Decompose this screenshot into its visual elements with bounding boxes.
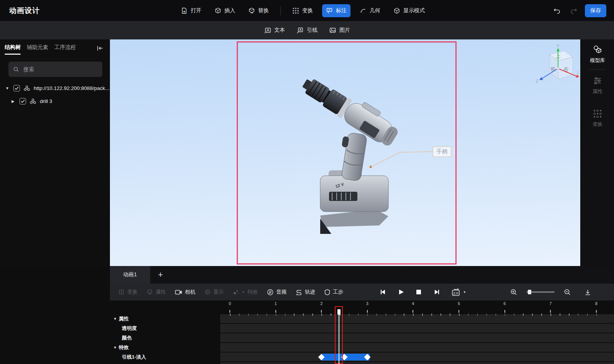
annotation-button[interactable]: 标注 xyxy=(322,4,350,17)
properties-button[interactable]: 属性 xyxy=(581,70,614,100)
top-toolbar: 动画设计 打开 插入 替换 变换 标注 xyxy=(0,0,614,21)
tree-item-package[interactable]: ▼ http://10.122.92.200:8088/pack... xyxy=(5,85,109,91)
leader-line-icon xyxy=(296,27,304,34)
model-library-icon xyxy=(593,45,603,55)
geometry-button[interactable]: 几何 xyxy=(356,4,384,17)
search-icon xyxy=(13,66,19,72)
sliders-icon xyxy=(593,76,603,86)
tab-structure-tree[interactable]: 结构树 xyxy=(5,44,21,55)
search-box[interactable] xyxy=(8,62,102,77)
dots-grid-icon xyxy=(593,109,603,119)
tab-process-flow[interactable]: 工序流程 xyxy=(54,44,76,55)
app-title: 动画设计 xyxy=(9,0,40,21)
cube-swap-icon xyxy=(248,7,255,14)
text-box-icon xyxy=(264,27,271,34)
drill-model[interactable]: 12 V xyxy=(110,39,580,266)
viewport-3d[interactable]: 12 V xyxy=(110,39,580,266)
axis-z-label: Z xyxy=(536,79,539,83)
insert-button[interactable]: 插入 xyxy=(211,4,239,17)
image-icon xyxy=(329,27,336,34)
save-button[interactable]: 保存 xyxy=(585,4,606,17)
toolbar-divider xyxy=(280,6,281,15)
dots-grid-icon xyxy=(292,7,299,14)
top-toolbar-right: 保存 xyxy=(551,0,606,21)
image-tool-button[interactable]: 图片 xyxy=(329,27,350,34)
annotation-tag-icon xyxy=(326,7,333,14)
tree-item-drill3[interactable]: ▶ drill 3 xyxy=(11,98,52,104)
right-tool-rail: 模型库 属性 变换 xyxy=(580,39,614,266)
open-button[interactable]: 打开 xyxy=(177,4,205,17)
collapse-panel-icon[interactable] xyxy=(96,45,104,52)
transform-rail-button[interactable]: 变换 xyxy=(581,103,614,132)
timeline-panel: 动画1 + 变换 属性 相机 显示 xyxy=(0,266,614,364)
caret-right-icon[interactable]: ▶ xyxy=(11,99,16,103)
tab-auxiliary-elements[interactable]: 辅助元素 xyxy=(27,44,48,55)
axis-y-label: Y xyxy=(557,44,560,48)
assembly-icon xyxy=(29,98,36,104)
panel-tabs: 结构树 辅助元素 工序流程 xyxy=(5,44,76,55)
keyframe-layer xyxy=(0,266,614,364)
assembly-icon xyxy=(23,85,30,91)
navigation-cube[interactable]: 上 前 右 Y Z X xyxy=(534,44,580,89)
display-mode-button[interactable]: 显示模式 xyxy=(390,4,429,17)
leader-line xyxy=(371,152,433,167)
undo-button[interactable] xyxy=(551,5,563,16)
caret-down-icon[interactable]: ▼ xyxy=(5,86,10,90)
checkbox-checked-icon[interactable] xyxy=(13,85,20,91)
annotation-handle-label[interactable]: 手柄 xyxy=(433,147,451,157)
replace-button[interactable]: 替换 xyxy=(244,4,273,17)
cube-plus-icon xyxy=(214,7,221,14)
redo-button[interactable] xyxy=(568,5,580,16)
top-toolbar-buttons: 打开 插入 替换 变换 标注 几何 xyxy=(177,0,429,21)
transform-button[interactable]: 变换 xyxy=(288,4,317,17)
cube-mode-icon xyxy=(393,7,400,14)
search-input[interactable] xyxy=(23,66,92,73)
model-library-button[interactable]: 模型库 xyxy=(581,39,614,69)
annotation-subtoolbar: 文本 引线 图片 xyxy=(0,21,614,39)
structure-panel: 结构树 辅助元素 工序流程 ▼ http://10.122.92.200:808… xyxy=(0,39,110,266)
tree-item-label: drill 3 xyxy=(40,98,52,104)
rail-separator xyxy=(589,69,606,70)
axis-x-label: X xyxy=(576,70,580,75)
text-tool-button[interactable]: 文本 xyxy=(264,27,285,34)
checkbox-checked-icon[interactable] xyxy=(20,98,26,104)
document-plus-icon xyxy=(181,7,188,14)
app-window: 动画设计 打开 插入 替换 变换 标注 xyxy=(0,0,614,364)
tree-item-label: http://10.122.92.200:8088/pack... xyxy=(34,85,109,91)
leader-tool-button[interactable]: 引线 xyxy=(296,27,318,34)
arc-icon xyxy=(360,7,367,14)
